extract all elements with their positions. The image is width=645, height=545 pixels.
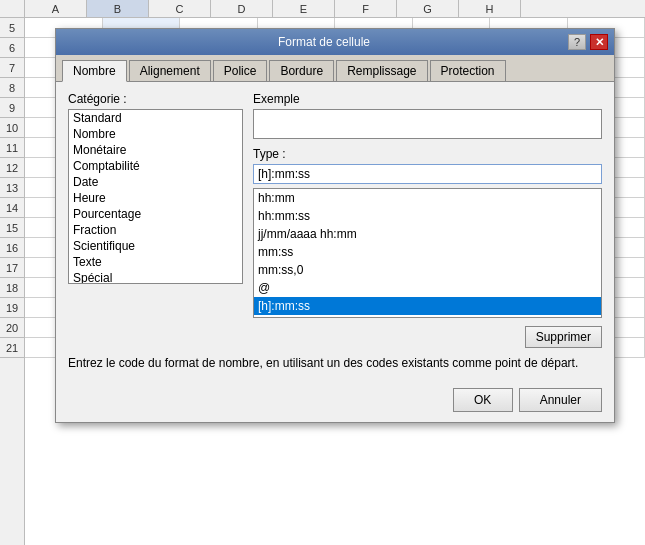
list-item[interactable]: Comptabilité [69,158,242,174]
list-item[interactable]: Scientifique [69,238,242,254]
category-label: Catégorie : [68,92,243,106]
dialog-help-button[interactable]: ? [568,34,586,50]
row-18: 18 [0,278,24,298]
dialog-titlebar: Format de cellule ? ✕ [56,29,614,55]
type-input[interactable] [253,164,602,184]
list-item[interactable]: mm:ss,0 [254,261,601,279]
example-label: Exemple [253,92,602,106]
col-H: H [459,0,521,17]
type-section: Type : hh:mm hh:mm:ss jj/mm/aaaa hh:mm m… [253,147,602,318]
col-C: C [149,0,211,17]
list-item[interactable]: mm:ss [254,243,601,261]
dialog-tabs: Nombre Alignement Police Bordure Remplis… [56,55,614,82]
list-item[interactable]: Pourcentage [69,206,242,222]
list-item[interactable]: Date [69,174,242,190]
row-11: 11 [0,138,24,158]
col-D: D [211,0,273,17]
two-column-layout: Catégorie : Standard Nombre Monétaire Co… [68,92,602,348]
list-item[interactable]: Fraction [69,222,242,238]
col-E: E [273,0,335,17]
dialog-close-button[interactable]: ✕ [590,34,608,50]
list-item[interactable]: hh:mm:ss [254,207,601,225]
tab-protection[interactable]: Protection [430,60,506,82]
col-G: G [397,0,459,17]
category-listbox[interactable]: Standard Nombre Monétaire Comptabilité D… [68,109,243,284]
col-B: B [87,0,149,17]
list-item[interactable]: Monétaire [69,142,242,158]
example-box [253,109,602,139]
list-item[interactable]: Standard [69,110,242,126]
dialog-content: Catégorie : Standard Nombre Monétaire Co… [56,82,614,380]
right-column: Exemple Type : hh:mm hh:mm:ss jj/mm/aaaa… [253,92,602,348]
corner-cell [0,0,25,17]
list-item[interactable]: Heure [69,190,242,206]
row-headers: 5 6 7 8 9 10 11 12 13 14 15 16 17 18 19 … [0,18,25,545]
dialog-title: Format de cellule [82,35,566,49]
tab-police[interactable]: Police [213,60,268,82]
tab-alignement[interactable]: Alignement [129,60,211,82]
dialog-footer: OK Annuler [56,380,614,422]
list-item[interactable]: -* # ##0 €_-;-* # ##0 €_-;-* "-"_-@_- [254,315,601,318]
row-17: 17 [0,258,24,278]
row-10: 10 [0,118,24,138]
row-16: 16 [0,238,24,258]
row-9: 9 [0,98,24,118]
list-item[interactable]: Nombre [69,126,242,142]
tab-bordure[interactable]: Bordure [269,60,334,82]
tab-remplissage[interactable]: Remplissage [336,60,427,82]
example-section: Exemple [253,92,602,139]
list-item[interactable]: hh:mm [254,189,601,207]
cancel-button[interactable]: Annuler [519,388,602,412]
row-6: 6 [0,38,24,58]
row-5: 5 [0,18,24,38]
row-15: 15 [0,218,24,238]
list-item[interactable]: Texte [69,254,242,270]
row-19: 19 [0,298,24,318]
col-F: F [335,0,397,17]
list-item-selected[interactable]: [h]:mm:ss [254,297,601,315]
row-7: 7 [0,58,24,78]
row-12: 12 [0,158,24,178]
ok-button[interactable]: OK [453,388,513,412]
col-headers: A B C D E F G H [0,0,645,18]
format-cell-dialog: Format de cellule ? ✕ Nombre Alignement … [55,28,615,423]
list-item[interactable]: @ [254,279,601,297]
tab-nombre[interactable]: Nombre [62,60,127,82]
description-text: Entrez le code du format de nombre, en u… [68,348,602,370]
type-label: Type : [253,147,602,161]
row-20: 20 [0,318,24,338]
col-A: A [25,0,87,17]
delete-button[interactable]: Supprimer [525,326,602,348]
row-8: 8 [0,78,24,98]
row-13: 13 [0,178,24,198]
type-listbox[interactable]: hh:mm hh:mm:ss jj/mm/aaaa hh:mm mm:ss mm… [253,188,602,318]
row-14: 14 [0,198,24,218]
row-21: 21 [0,338,24,358]
list-item[interactable]: jj/mm/aaaa hh:mm [254,225,601,243]
category-column: Catégorie : Standard Nombre Monétaire Co… [68,92,243,348]
list-item[interactable]: Spécial [69,270,242,284]
